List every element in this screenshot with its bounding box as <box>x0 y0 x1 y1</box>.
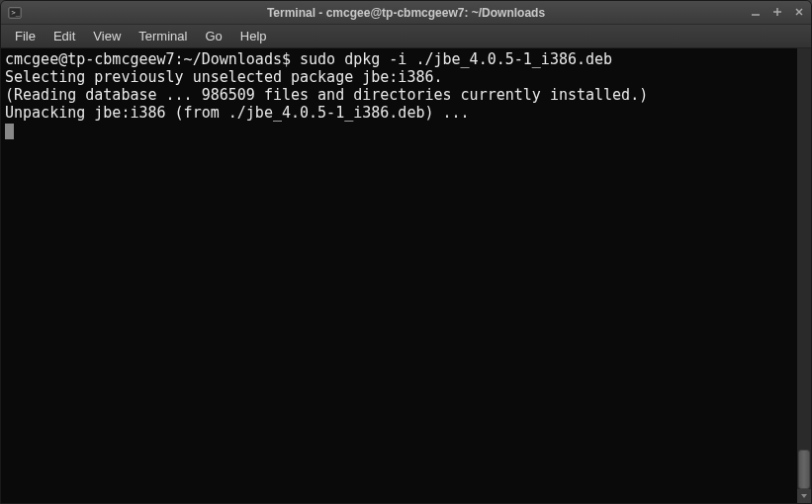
menu-file[interactable]: File <box>7 27 44 45</box>
menubar: File Edit View Terminal Go Help <box>1 25 811 48</box>
output-line: (Reading database ... 986509 files and d… <box>5 86 648 104</box>
prompt: cmcgee@tp-cbmcgeew7:~/Downloads$ <box>5 50 300 68</box>
maximize-button[interactable] <box>769 4 785 20</box>
terminal-window: >_ Terminal - cmcgee@tp-cbmcgeew7: ~/Dow… <box>0 0 812 504</box>
svg-text:>_: >_ <box>12 9 21 17</box>
menu-terminal[interactable]: Terminal <box>131 27 195 45</box>
window-controls <box>748 4 807 20</box>
menu-edit[interactable]: Edit <box>45 27 83 45</box>
minimize-button[interactable] <box>748 4 764 20</box>
terminal-content: cmcgee@tp-cbmcgeew7:~/Downloads$ sudo dp… <box>1 48 811 141</box>
scrollbar[interactable] <box>797 48 811 503</box>
close-button[interactable] <box>791 4 807 20</box>
command-text: sudo dpkg -i ./jbe_4.0.5-1_i386.deb <box>300 50 612 68</box>
titlebar[interactable]: >_ Terminal - cmcgee@tp-cbmcgeew7: ~/Dow… <box>1 1 811 25</box>
menu-go[interactable]: Go <box>197 27 229 45</box>
menu-help[interactable]: Help <box>232 27 275 45</box>
terminal-area[interactable]: cmcgee@tp-cbmcgeew7:~/Downloads$ sudo dp… <box>1 48 811 503</box>
menu-view[interactable]: View <box>85 27 129 45</box>
scrollbar-thumb[interactable] <box>798 450 810 489</box>
output-line: Unpacking jbe:i386 (from ./jbe_4.0.5-1_i… <box>5 104 470 122</box>
application-icon: >_ <box>7 5 23 21</box>
output-line: Selecting previously unselected package … <box>5 68 443 86</box>
cursor <box>5 124 14 139</box>
window-title: Terminal - cmcgee@tp-cbmcgeew7: ~/Downlo… <box>267 6 545 20</box>
scrollbar-down-button[interactable] <box>797 489 811 503</box>
svg-marker-7 <box>801 494 807 498</box>
